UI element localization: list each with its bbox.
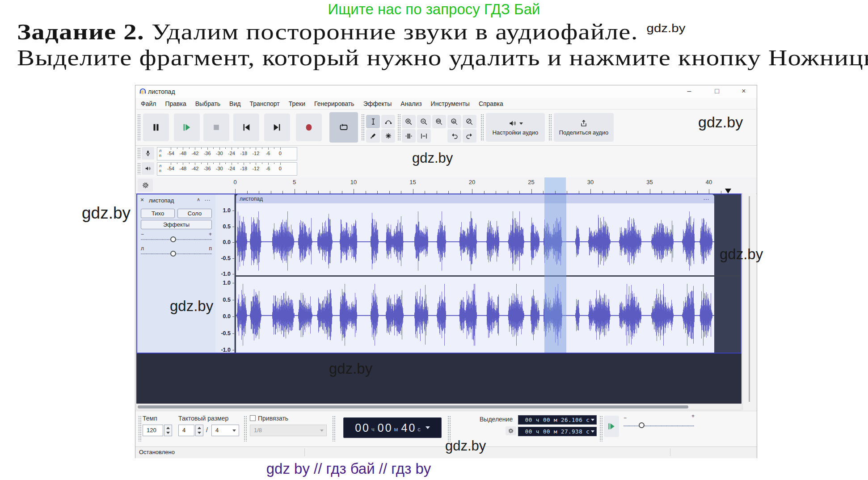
pause-button[interactable] (143, 114, 169, 141)
playhead-marker[interactable] (725, 189, 731, 194)
vertical-scale-ruler[interactable]: 1.00.50.0-0.5-1.01.00.50.0-0.5-1.0 (215, 194, 235, 353)
meter-scale-value: -24 (228, 151, 235, 156)
meter-tick (219, 147, 220, 150)
audio-clip[interactable]: листопад … (236, 194, 714, 353)
waveform-area: листопад … (235, 194, 741, 353)
toolbar-grip[interactable] (361, 114, 365, 141)
selection-options-button[interactable] (506, 426, 516, 435)
pan-slider[interactable] (141, 253, 212, 254)
minimize-button[interactable]: – (682, 85, 697, 98)
vertical-scrollbar-thumb[interactable] (749, 196, 750, 402)
menu-генерировать[interactable]: Генерировать (310, 100, 359, 107)
playback-meter-button[interactable] (142, 162, 154, 175)
skip-to-end-button[interactable] (264, 114, 290, 141)
toolbar-grip[interactable] (599, 416, 603, 442)
watermark: gdz.by (698, 114, 743, 131)
zoom-toggle-button[interactable] (463, 115, 476, 128)
toolbar-grip[interactable] (137, 147, 141, 159)
loop-button[interactable] (329, 112, 358, 143)
time-minutes: 00 (378, 421, 393, 434)
selection-end-field[interactable]: 00 ч 00 м 27.938 с (518, 427, 597, 436)
timesig-lower-select[interactable]: 4 (211, 425, 239, 436)
mute-button[interactable]: Тихо (141, 209, 175, 218)
toolbar-grip[interactable] (548, 114, 552, 141)
selection-label: Выделение (480, 416, 513, 423)
clip-menu-button[interactable]: … (703, 194, 710, 201)
vertical-scrollbar[interactable] (742, 194, 756, 410)
close-button[interactable]: × (736, 85, 751, 98)
waveform-canvas[interactable] (236, 203, 714, 353)
play-button[interactable] (174, 114, 200, 141)
toolbar-grip[interactable] (332, 416, 336, 442)
track-collapse-button[interactable]: ∧ (197, 197, 200, 202)
tempo-spinner[interactable] (164, 425, 172, 436)
recording-meter[interactable]: лп -54-48-42-36-30-24-18-12-60 (157, 147, 297, 160)
effects-button[interactable]: Эффекты (141, 220, 212, 229)
meter-tick (195, 147, 195, 150)
zoom-project-button[interactable] (447, 115, 461, 128)
toolbar-grip[interactable] (397, 114, 401, 141)
playback-speed-slider[interactable] (624, 425, 694, 426)
timeline-ruler[interactable]: 0510152025303540 (135, 177, 757, 194)
stop-button[interactable] (203, 114, 229, 141)
horizontal-scrollbar[interactable] (136, 404, 742, 410)
share-audio-button[interactable]: Поделиться аудио (554, 113, 614, 142)
toolbar-grip[interactable] (137, 114, 141, 141)
menu-анализ[interactable]: Анализ (396, 100, 426, 107)
menu-транспорт[interactable]: Транспорт (245, 100, 284, 107)
skip-to-start-button[interactable] (233, 114, 259, 141)
selection-start-field[interactable]: 00 ч 00 м 26.106 с (518, 415, 597, 425)
maximize-button[interactable]: □ (709, 85, 725, 98)
draw-tool-button[interactable] (366, 129, 380, 143)
toolbar-grip[interactable] (480, 114, 484, 141)
record-meter-button[interactable] (142, 147, 154, 160)
selection-tool-button[interactable] (366, 115, 380, 128)
menu-инструменты[interactable]: Инструменты (426, 100, 474, 107)
silence-audio-button[interactable] (417, 129, 431, 143)
toolbar-grip[interactable] (244, 416, 247, 442)
track-menu-button[interactable]: … (204, 195, 211, 202)
snap-checkbox[interactable] (250, 415, 256, 421)
timesig-upper-input[interactable]: 4 (178, 425, 194, 436)
audio-position-display[interactable]: 00 ч 00 м 40 с (343, 417, 442, 438)
playback-speed-thumb[interactable] (639, 422, 645, 428)
menu-правка[interactable]: Правка (160, 100, 190, 107)
zoom-in-button[interactable] (402, 115, 416, 128)
menu-справка[interactable]: Справка (474, 100, 508, 107)
meter-tick (183, 147, 183, 150)
recording-meter-toolbar: лп -54-48-42-36-30-24-18-12-60 (135, 146, 448, 161)
tempo-input[interactable]: 120 (143, 425, 163, 436)
zoom-out-button[interactable] (417, 115, 431, 128)
zoom-selection-button[interactable] (432, 115, 446, 128)
toolbar-grip[interactable] (137, 163, 141, 174)
audio-setup-button[interactable]: Настройки аудио (486, 113, 545, 142)
trim-audio-button[interactable] (402, 129, 416, 143)
ruler-ticks[interactable]: 0510152025303540 (155, 177, 742, 194)
meter-scale-value: -24 (228, 166, 235, 171)
solo-button[interactable]: Соло (177, 209, 212, 218)
timeline-options-button[interactable] (138, 179, 153, 192)
pan-slider-thumb[interactable] (170, 251, 176, 257)
record-button[interactable] (296, 114, 322, 141)
gain-slider-thumb[interactable] (170, 236, 176, 242)
gain-slider[interactable] (141, 239, 212, 240)
track-name[interactable]: листопад (149, 197, 174, 204)
menu-эффекты[interactable]: Эффекты (359, 100, 396, 107)
horizontal-scrollbar-thumb[interactable] (138, 405, 688, 408)
timesig-spinner[interactable] (195, 425, 203, 436)
menu-выбрать[interactable]: Выбрать (191, 100, 225, 107)
clip-header[interactable]: листопад … (236, 194, 714, 203)
play-at-speed-button[interactable] (604, 416, 619, 437)
menu-треки[interactable]: Треки (284, 100, 310, 107)
toolbar-grip[interactable] (138, 416, 142, 442)
redo-button[interactable] (463, 129, 476, 143)
snap-value-select[interactable]: 1/8 (250, 425, 327, 436)
menu-вид[interactable]: Вид (225, 100, 245, 107)
scale-label: 1.0 (223, 207, 231, 214)
multi-tool-button[interactable] (381, 129, 395, 143)
playback-meter[interactable]: лп -54-48-42-36-30-24-18-12-60 (157, 162, 297, 176)
envelope-tool-button[interactable] (381, 115, 395, 128)
undo-button[interactable] (447, 129, 461, 143)
track-close-button[interactable]: × (140, 196, 144, 203)
menu-файл[interactable]: Файл (136, 100, 160, 107)
